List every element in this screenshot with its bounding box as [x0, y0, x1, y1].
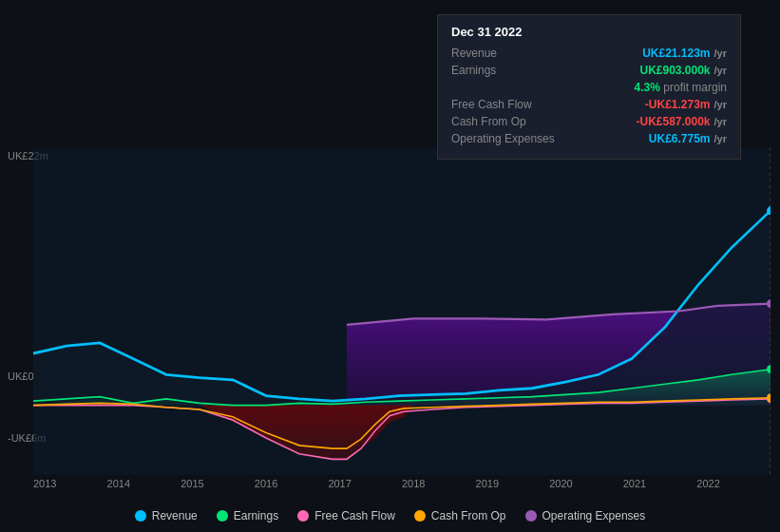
tooltip-cashop-label: Cash From Op — [451, 115, 565, 128]
tooltip-profit-margin-label: profit margin — [663, 81, 727, 94]
legend-revenue: Revenue — [135, 509, 198, 522]
legend-fcf-dot — [297, 510, 309, 522]
tooltip-opex-row: Operating Expenses UK£6.775m/yr — [451, 132, 727, 145]
legend-cashop-dot — [414, 510, 426, 522]
tooltip-date: Dec 31 2022 — [451, 25, 727, 39]
tooltip-revenue-label: Revenue — [451, 47, 565, 60]
legend-opex: Operating Expenses — [525, 509, 646, 522]
x-label-2016: 2016 — [255, 478, 277, 489]
tooltip-cashop-row: Cash From Op -UK£587.000k/yr — [451, 115, 727, 128]
tooltip-profit-row: 4.3% profit margin — [451, 81, 727, 94]
legend-fcf: Free Cash Flow — [297, 509, 395, 522]
tooltip-fcf-label: Free Cash Flow — [451, 98, 565, 111]
x-label-2015: 2015 — [181, 478, 203, 489]
tooltip: Dec 31 2022 Revenue UK£21.123m/yr Earnin… — [437, 14, 741, 160]
x-label-2013: 2013 — [33, 478, 56, 489]
chart-container: Dec 31 2022 Revenue UK£21.123m/yr Earnin… — [0, 0, 780, 532]
tooltip-earnings-row: Earnings UK£903.000k/yr — [451, 64, 727, 77]
x-label-2017: 2017 — [328, 478, 351, 489]
x-label-2021: 2021 — [623, 478, 646, 489]
tooltip-opex-label: Operating Expenses — [451, 132, 565, 145]
x-axis-labels: 2013 2014 2015 2016 2017 2018 2019 2020 … — [33, 478, 770, 489]
tooltip-opex-value: UK£6.775m/yr — [649, 132, 727, 145]
x-label-2014: 2014 — [107, 478, 130, 489]
legend-fcf-label: Free Cash Flow — [314, 509, 395, 522]
chart-legend: Revenue Earnings Free Cash Flow Cash Fro… — [0, 509, 780, 522]
legend-opex-dot — [525, 510, 537, 522]
x-label-2022: 2022 — [696, 478, 719, 489]
chart-svg — [33, 147, 770, 475]
y-label-mid: UK£0 — [8, 370, 34, 382]
tooltip-earnings-label: Earnings — [451, 64, 565, 77]
x-label-2018: 2018 — [402, 478, 425, 489]
legend-revenue-label: Revenue — [152, 509, 198, 522]
legend-earnings-label: Earnings — [234, 509, 278, 522]
tooltip-fcf-row: Free Cash Flow -UK£1.273m/yr — [451, 98, 727, 111]
legend-earnings: Earnings — [217, 509, 278, 522]
x-label-2019: 2019 — [476, 478, 499, 489]
tooltip-cashop-value: -UK£587.000k/yr — [636, 115, 727, 128]
legend-cashop: Cash From Op — [414, 509, 506, 522]
tooltip-earnings-value: UK£903.000k/yr — [639, 64, 727, 77]
legend-earnings-dot — [217, 510, 228, 522]
x-label-2020: 2020 — [549, 478, 572, 489]
legend-opex-label: Operating Expenses — [542, 509, 646, 522]
legend-cashop-label: Cash From Op — [431, 509, 506, 522]
legend-revenue-dot — [135, 510, 146, 522]
tooltip-revenue-row: Revenue UK£21.123m/yr — [451, 47, 727, 60]
tooltip-revenue-value: UK£21.123m/yr — [642, 47, 727, 60]
chart-svg-area — [33, 147, 770, 475]
tooltip-profit-margin: 4.3% — [635, 81, 660, 94]
tooltip-fcf-value: -UK£1.273m/yr — [645, 98, 727, 111]
